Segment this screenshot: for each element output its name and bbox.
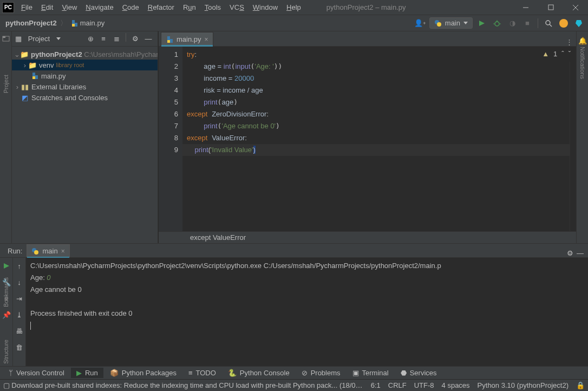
tree-node-venv[interactable]: › 📁 venv library root — [12, 60, 158, 70]
bookmarks-tool-label[interactable]: Bookmarks — [3, 277, 9, 307]
down-arrow-icon[interactable]: ↓ — [14, 276, 25, 288]
python-file-icon — [30, 72, 39, 80]
folder-icon: ▦ — [15, 35, 22, 43]
hide-button[interactable]: — — [577, 249, 584, 257]
indent-setting[interactable]: 4 spaces — [442, 381, 470, 389]
trash-icon[interactable]: 🗑 — [14, 341, 25, 353]
console-user-input: 0 — [47, 273, 50, 282]
tool-python-packages[interactable]: 📦Python Packages — [104, 368, 182, 378]
tool-python-console[interactable]: 🐍Python Console — [223, 368, 295, 378]
close-tab-button[interactable]: × — [205, 36, 208, 43]
caret-position[interactable]: 6:1 — [371, 381, 381, 389]
pin-icon[interactable]: 📌 — [1, 309, 12, 321]
editor-breadcrumbs[interactable]: except ValueError — [159, 231, 576, 243]
lock-icon[interactable]: 🔒 — [576, 381, 585, 389]
code-with-me-icon[interactable] — [573, 17, 585, 29]
stop-button[interactable]: ■ — [521, 17, 533, 29]
code-content[interactable]: try: age = int(input('Age: ')) income = … — [182, 47, 576, 231]
breadcrumb-file[interactable]: main.py — [68, 18, 107, 28]
left-tool-strip: Project Bookmarks Structure — [0, 31, 12, 243]
window-close-button[interactable] — [563, 0, 588, 15]
menu-window[interactable]: Window — [249, 1, 282, 14]
tree-node-root[interactable]: ⌄ 📁 pythonProject2 C:\Users\mshah\Pychar… — [12, 49, 158, 60]
menu-view[interactable]: View — [58, 1, 81, 14]
expand-all-button[interactable]: ≡ — [97, 33, 109, 45]
settings-gear-icon[interactable]: ⚙ — [129, 33, 141, 45]
console-output[interactable]: C:\Users\mshah\PycharmProjects\pythonPro… — [26, 258, 588, 366]
interpreter-selector[interactable]: Python 3.10 (pythonProject2) — [478, 381, 569, 389]
file-encoding[interactable]: UTF-8 — [414, 381, 434, 389]
run-config-selector[interactable]: main — [429, 17, 473, 29]
line-number: 3 — [159, 73, 178, 84]
ide-update-icon[interactable] — [558, 17, 570, 29]
console-line: C:\Users\mshah\PycharmProjects\pythonPro… — [30, 262, 441, 270]
menu-refactor[interactable]: Refactor — [144, 1, 178, 14]
breadcrumb-project[interactable]: pythonProject2 — [3, 18, 59, 28]
tree-node-external-libraries[interactable]: › ▮▮ External Libraries — [12, 81, 158, 92]
tree-node-label: pythonProject2 — [31, 50, 82, 58]
tool-windows-icon[interactable]: ▢ — [3, 381, 10, 389]
debug-button[interactable] — [491, 17, 503, 29]
search-everywhere-button[interactable] — [543, 17, 554, 29]
tool-run[interactable]: ▶Run — [71, 368, 103, 378]
line-separator[interactable]: CRLF — [388, 381, 407, 389]
tree-node-main-py[interactable]: main.py — [12, 70, 158, 81]
scroll-to-end-icon[interactable]: ⤓ — [14, 309, 25, 321]
line-number: 8 — [159, 132, 178, 144]
tree-node-scratches[interactable]: ◩ Scratches and Consoles — [12, 92, 158, 103]
window-minimize-button[interactable] — [513, 0, 538, 15]
coverage-button[interactable]: ◑ — [506, 17, 518, 29]
menu-code[interactable]: Code — [119, 1, 143, 14]
chevron-right-icon[interactable]: › — [14, 83, 21, 91]
editor-minimap[interactable] — [570, 62, 576, 231]
menu-navigate[interactable]: Navigate — [82, 1, 117, 14]
project-tree[interactable]: ⌄ 📁 pythonProject2 C:\Users\mshah\Pychar… — [12, 47, 158, 105]
select-opened-file-button[interactable]: ⊕ — [84, 33, 96, 45]
menu-vcs[interactable]: VCS — [226, 1, 248, 14]
soft-wrap-icon[interactable]: ⇥ — [14, 292, 25, 304]
tree-node-label: External Libraries — [31, 83, 86, 91]
print-icon[interactable]: 🖶 — [14, 325, 25, 337]
notifications-label[interactable]: Notifications — [579, 47, 586, 79]
notifications-icon[interactable]: 🔔 — [577, 35, 589, 47]
chevron-down-icon[interactable]: ˇ — [569, 50, 571, 58]
menu-file[interactable]: File — [17, 1, 36, 14]
code-editor[interactable]: 1 2 3 4 5 6 7 8 9 try: age = int(input('… — [159, 47, 576, 231]
menu-run[interactable]: Run — [179, 1, 200, 14]
chevron-up-icon[interactable]: ˆ — [561, 50, 564, 58]
hide-button[interactable]: — — [142, 33, 154, 45]
tool-version-control[interactable]: ᛘVersion Control — [3, 368, 70, 378]
project-tool-label[interactable]: Project — [3, 75, 9, 93]
collapse-all-button[interactable]: ≣ — [110, 33, 122, 45]
svg-marker-6 — [479, 21, 485, 26]
tool-problems[interactable]: ⊘Problems — [296, 368, 346, 378]
breadcrumb-item: except ValueError — [190, 233, 246, 242]
editor-tab-main-py[interactable]: main.py × — [161, 32, 213, 46]
tool-services[interactable]: ⬣Services — [395, 368, 442, 378]
inspection-widget[interactable]: ▲ 1 ˆ ˇ — [542, 50, 571, 58]
status-message[interactable]: Download pre-built shared indexes: Reduc… — [11, 381, 363, 389]
chevron-right-icon[interactable]: › — [22, 61, 28, 69]
up-arrow-icon[interactable]: ↑ — [14, 260, 25, 272]
run-tab-main[interactable]: main × — [27, 244, 69, 257]
menu-edit[interactable]: Edit — [37, 1, 57, 14]
close-tab-button[interactable]: × — [61, 247, 65, 255]
tab-list-button[interactable]: ⋮ — [566, 38, 576, 46]
window-maximize-button[interactable] — [538, 0, 563, 15]
rerun-button[interactable] — [1, 260, 12, 272]
menu-help[interactable]: Help — [283, 1, 305, 14]
project-tool-icon[interactable] — [0, 35, 12, 42]
structure-tool-label[interactable]: Structure — [3, 340, 9, 364]
menu-tools[interactable]: Tools — [201, 1, 225, 14]
package-icon: 📦 — [110, 369, 119, 377]
tool-terminal[interactable]: ▣Terminal — [347, 368, 394, 378]
editor-gutter[interactable]: 1 2 3 4 5 6 7 8 9 — [159, 47, 182, 231]
settings-gear-icon[interactable]: ⚙ — [567, 249, 573, 257]
add-user-icon[interactable]: 👤+ — [414, 17, 426, 29]
chevron-down-icon[interactable] — [56, 37, 61, 40]
tool-todo[interactable]: ≡TODO — [183, 368, 221, 378]
python-icon: 🐍 — [228, 369, 237, 377]
run-button[interactable] — [476, 17, 488, 29]
chevron-down-icon[interactable]: ⌄ — [14, 50, 20, 58]
chevron-right-icon: 〉 — [60, 18, 67, 28]
